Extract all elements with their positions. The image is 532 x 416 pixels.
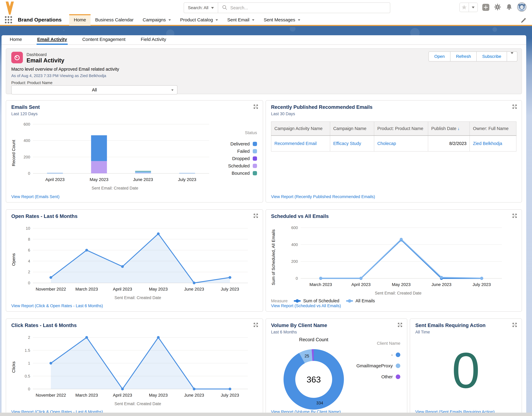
legend-title: Status [245, 130, 257, 135]
add-icon[interactable] [482, 4, 489, 11]
dashboard-description: Macro level overview of Approved Email r… [11, 67, 119, 72]
legend-label: - [391, 352, 393, 357]
column-header-sorted[interactable]: Publish Date ↓ [428, 122, 470, 136]
svg-text:June 2023: June 2023 [432, 282, 452, 287]
nav-tab-product-catalog[interactable]: Product Catalog [176, 14, 223, 26]
chevron-down-icon [511, 52, 513, 60]
subscribe-button[interactable]: Subscribe [476, 51, 507, 61]
search-scope-label: Search: All [188, 5, 208, 10]
product-filter-combobox[interactable]: All [11, 85, 177, 94]
record-link[interactable]: Cholecap [377, 141, 396, 146]
expand-icon[interactable] [253, 104, 259, 110]
client-name-legend: Client Name -GmailImageProxyOther [356, 336, 402, 413]
svg-text:2: 2 [28, 270, 30, 274]
filter-label: Product: Product Name [11, 80, 52, 85]
setup-gear-icon[interactable] [494, 3, 501, 11]
view-report-link[interactable]: View Report (Emails Sent) [11, 194, 59, 199]
legend-item: All Emails [346, 298, 375, 303]
open-button[interactable]: Open [428, 51, 451, 61]
subtab-field-activity[interactable]: Field Activity [140, 35, 167, 44]
dashboard-gauge-icon [11, 52, 23, 63]
svg-text:0: 0 [28, 171, 30, 176]
svg-text:0.5: 0.5 [25, 374, 30, 378]
edit-pencil-icon[interactable] [520, 17, 527, 24]
view-report-link[interactable]: View Report (Click & Open Rates - Last 6… [11, 304, 103, 308]
card-title: Volume By Client Name [271, 322, 402, 328]
subtab-email-activity[interactable]: Email Activity [37, 35, 68, 44]
record-link[interactable]: Zied Belkhodja [473, 141, 502, 146]
view-report-link[interactable]: View Report (Scheduled vs All Emails) [271, 304, 341, 308]
dashboard-eyebrow: Dashboard [27, 52, 47, 57]
view-report-link[interactable]: View Report (Recently Published Recommen… [271, 194, 375, 199]
dashboard-subtabs: Home Email Activity Content Engagement F… [1, 35, 526, 45]
favorites-button-group [459, 3, 478, 12]
favorites-caret-button[interactable] [469, 3, 477, 12]
legend-item: GmailImageProxy [356, 363, 400, 368]
legend-swatch-icon [253, 149, 257, 153]
svg-text:600: 600 [291, 225, 298, 230]
column-header[interactable]: Campaign Activity Name [271, 122, 330, 136]
expand-icon[interactable] [253, 213, 259, 219]
favorites-star-icon[interactable] [460, 3, 469, 12]
card-title: Sent Emails Requiring Action [415, 322, 516, 328]
expand-icon[interactable] [253, 322, 259, 328]
user-avatar[interactable] [517, 2, 526, 12]
legend-label: GmailImageProxy [356, 363, 393, 368]
view-report-link[interactable]: View Report (Sent Emails Requiring Actio… [415, 410, 494, 413]
record-link[interactable]: Efficacy Study [333, 141, 361, 146]
view-report-link[interactable]: View Report (Volume By Client Name) [271, 410, 341, 413]
legend-label: Other [381, 374, 393, 379]
legend-title: Client Name [377, 341, 400, 346]
y-axis-label: Sum of Scheduled, All Emails [271, 225, 284, 290]
subtab-home[interactable]: Home [9, 35, 23, 44]
expand-icon[interactable] [397, 322, 403, 328]
global-search: Search: All [184, 2, 390, 13]
svg-text:April 2023: April 2023 [351, 282, 370, 287]
card-emails-sent: Emails Sent Last 120 Days Record Count 0… [6, 100, 263, 202]
svg-text:0: 0 [28, 387, 30, 391]
nav-tab-home[interactable]: Home [69, 14, 91, 26]
legend-label: Sum of Scheduled [303, 298, 339, 303]
svg-text:May 2023: May 2023 [149, 287, 168, 291]
legend-item: Bounced [228, 171, 257, 176]
card-subtitle: Last 6 Months [271, 330, 402, 335]
chevron-down-icon [171, 89, 173, 92]
legend-item: Dropped [228, 156, 257, 161]
expand-icon[interactable] [512, 104, 518, 110]
x-axis-label: Sent Email: Created Date [17, 186, 212, 191]
search-scope-button[interactable]: Search: All [184, 3, 218, 13]
nav-tab-sent-email[interactable]: Sent Email [223, 14, 259, 26]
horizontal-scrollbar[interactable] [0, 413, 532, 416]
svg-text:1: 1 [28, 361, 30, 366]
legend-title: Measure [271, 298, 288, 303]
measure-legend: Measure Sum of ScheduledAll Emails [271, 298, 516, 303]
y-axis-label: Opens [11, 224, 16, 296]
svg-text:June 2023: June 2023 [184, 287, 204, 291]
search-icon [222, 5, 227, 11]
nav-tab-sent-messages[interactable]: Sent Messages [259, 14, 305, 26]
column-header[interactable]: Owner: Full Name [470, 122, 516, 136]
svg-text:March 2023: March 2023 [76, 393, 98, 397]
notifications-bell-icon[interactable] [506, 4, 513, 11]
record-link[interactable]: Recommended Email [274, 141, 317, 146]
nav-tab-campaigns[interactable]: Campaigns [138, 14, 176, 26]
svg-text:March 2023: March 2023 [76, 287, 98, 291]
expand-icon[interactable] [512, 213, 518, 219]
legend-label: Bounced [232, 171, 250, 176]
view-report-link[interactable]: View Report (Click & Open Rates - Last 6… [11, 410, 103, 413]
card-title: Scheduled vs All Emails [271, 213, 516, 219]
legend-swatch-icon [396, 375, 400, 379]
more-actions-button[interactable] [507, 51, 517, 61]
global-header: Search: All [0, 0, 532, 15]
expand-icon[interactable] [512, 322, 518, 328]
svg-text:July 2023: July 2023 [178, 177, 196, 182]
filter-value: All [92, 88, 97, 92]
column-header[interactable]: Campaign Name [330, 122, 374, 136]
refresh-button[interactable]: Refresh [450, 51, 477, 61]
subtab-content-engagement[interactable]: Content Engagement [82, 35, 126, 44]
column-header[interactable]: Product: Product Name [374, 122, 428, 136]
app-launcher-icon[interactable] [5, 16, 12, 23]
donut-center-value: 363 [278, 343, 350, 413]
search-input[interactable] [230, 5, 386, 10]
nav-tab-business-calendar[interactable]: Business Calendar [91, 14, 138, 26]
